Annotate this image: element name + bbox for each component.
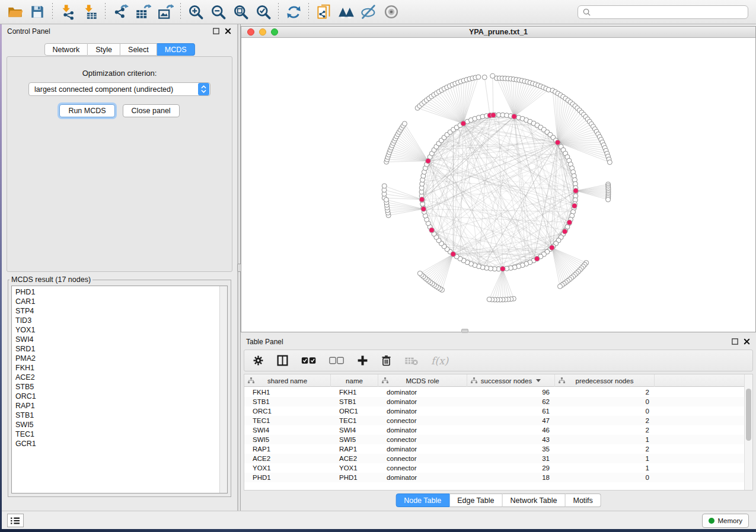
table-row[interactable]: STB1STB1dominator620	[244, 397, 744, 406]
cell-mcds-role[interactable]: connector	[378, 416, 467, 425]
cell-shared-name[interactable]: FKH1	[244, 387, 331, 397]
result-node-item[interactable]: RAP1	[15, 401, 219, 411]
import-network-button[interactable]	[56, 2, 79, 22]
result-node-item[interactable]: TID3	[15, 316, 219, 325]
network-canvas[interactable]	[241, 38, 755, 332]
float-panel-icon[interactable]	[731, 338, 739, 345]
scrollbar-thumb[interactable]	[746, 389, 751, 441]
deselect-all-button[interactable]	[329, 352, 344, 370]
cell-shared-name[interactable]: STB1	[244, 397, 331, 406]
column-header-name[interactable]: name	[331, 374, 378, 387]
save-session-button[interactable]	[26, 2, 49, 22]
leaf-node[interactable]	[606, 197, 611, 202]
cell-mcds-role[interactable]: dominator	[378, 397, 467, 406]
select-all-button[interactable]	[301, 352, 317, 370]
leaf-node[interactable]	[482, 75, 487, 79]
cell-successor-nodes[interactable]: 31	[467, 454, 555, 463]
mcds-hub-node[interactable]	[572, 203, 578, 209]
result-list-scrollbar[interactable]	[219, 286, 227, 493]
cell-name[interactable]: ACE2	[331, 454, 378, 463]
mcds-hub-node[interactable]	[534, 257, 540, 262]
table-row[interactable]: SWI5SWI5connector431	[244, 435, 744, 444]
table-row[interactable]: YOX1YOX1connector291	[244, 463, 744, 473]
table-row[interactable]: ACE2ACE2connector311	[244, 454, 744, 463]
mcds-hub-node[interactable]	[419, 197, 425, 202]
tab-network-table[interactable]: Network Table	[503, 493, 566, 507]
cell-name[interactable]: SWI4	[331, 425, 378, 435]
cell-name[interactable]: YOX1	[331, 463, 378, 473]
cell-successor-nodes[interactable]: 96	[467, 387, 555, 397]
leaf-node[interactable]	[417, 271, 422, 275]
cell-predecessor-nodes[interactable]: 1	[555, 435, 655, 444]
cell-shared-name[interactable]: ACE2	[244, 454, 331, 463]
birds-eye-view-button[interactable]	[335, 2, 358, 22]
leaf-node[interactable]	[384, 197, 388, 202]
cell-mcds-role[interactable]: connector	[378, 454, 467, 463]
column-header-predecessor-nodes[interactable]: predecessor nodes	[555, 374, 655, 387]
refresh-layout-button[interactable]	[282, 2, 305, 22]
tab-edge-table[interactable]: Edge Table	[449, 493, 502, 507]
export-table-button[interactable]	[132, 2, 154, 22]
cell-predecessor-nodes[interactable]: 2	[555, 425, 655, 435]
column-header-MCDS-role[interactable]: MCDS role	[378, 374, 467, 387]
result-node-item[interactable]: PHD1	[15, 287, 219, 297]
result-node-item[interactable]: GCR1	[15, 439, 219, 448]
cell-predecessor-nodes[interactable]: 1	[555, 454, 655, 463]
tab-node-table[interactable]: Node Table	[395, 493, 449, 507]
mcds-hub-node[interactable]	[461, 121, 466, 126]
result-node-item[interactable]: TEC1	[15, 430, 219, 439]
run-mcds-button[interactable]: Run MCDS	[59, 104, 114, 117]
cell-successor-nodes[interactable]: 43	[467, 435, 555, 444]
table-scrollbar[interactable]	[744, 374, 752, 490]
close-panel-icon[interactable]	[224, 27, 232, 35]
tab-style[interactable]: Style	[88, 43, 120, 56]
mcds-hub-node[interactable]	[421, 207, 426, 212]
result-node-item[interactable]: FKH1	[15, 363, 219, 373]
leaf-node[interactable]	[557, 284, 562, 289]
zoom-fit-button[interactable]	[229, 2, 252, 22]
cell-name[interactable]: SWI5	[331, 435, 378, 444]
cell-successor-nodes[interactable]: 47	[467, 416, 555, 425]
column-header-successor-nodes[interactable]: successor nodes	[467, 374, 555, 387]
horizontal-splitter-grip[interactable]	[461, 329, 468, 333]
mcds-hub-node[interactable]	[573, 188, 579, 194]
zoom-in-button[interactable]	[184, 2, 207, 22]
mcds-hub-node[interactable]	[512, 114, 517, 119]
cell-shared-name[interactable]: TEC1	[244, 416, 331, 425]
result-node-item[interactable]: CAR1	[15, 297, 219, 306]
mcds-hub-node[interactable]	[555, 140, 560, 145]
cell-successor-nodes[interactable]: 29	[467, 463, 555, 473]
tab-mcds[interactable]: MCDS	[157, 43, 195, 56]
cell-mcds-role[interactable]: dominator	[378, 444, 467, 454]
tab-network[interactable]: Network	[44, 43, 88, 56]
mcds-hub-node[interactable]	[567, 220, 572, 225]
open-file-button[interactable]	[4, 2, 26, 22]
cell-successor-nodes[interactable]: 46	[467, 425, 555, 435]
cell-shared-name[interactable]: SWI5	[244, 435, 331, 444]
result-node-item[interactable]: ACE2	[15, 373, 219, 382]
result-node-item[interactable]: SWI5	[15, 420, 219, 430]
leaf-node[interactable]	[402, 121, 407, 126]
float-panel-icon[interactable]	[212, 27, 220, 35]
cell-successor-nodes[interactable]: 18	[467, 473, 555, 482]
cell-predecessor-nodes[interactable]: 2	[555, 416, 655, 425]
cell-name[interactable]: TEC1	[331, 416, 378, 425]
cell-mcds-role[interactable]: connector	[378, 435, 467, 444]
cell-shared-name[interactable]: ORC1	[244, 406, 331, 416]
mcds-hub-node[interactable]	[451, 252, 456, 257]
result-node-item[interactable]: SWI4	[15, 335, 219, 344]
column-header-shared-name[interactable]: shared name	[244, 374, 331, 387]
tab-motifs[interactable]: Motifs	[565, 493, 601, 507]
result-node-item[interactable]: SRD1	[15, 344, 219, 354]
leaf-node[interactable]	[487, 297, 492, 302]
cell-successor-nodes[interactable]: 62	[467, 397, 555, 406]
show-graphics-details-button[interactable]	[380, 2, 403, 22]
table-row[interactable]: PHD1PHD1dominator180	[244, 473, 744, 482]
table-settings-button[interactable]	[253, 352, 264, 370]
mcds-hub-node[interactable]	[500, 267, 506, 272]
result-node-item[interactable]: STB1	[15, 411, 219, 420]
export-network-button[interactable]	[109, 2, 132, 22]
cell-name[interactable]: RAP1	[331, 444, 378, 454]
import-table-button[interactable]	[79, 2, 101, 22]
cell-predecessor-nodes[interactable]: 0	[555, 473, 655, 482]
